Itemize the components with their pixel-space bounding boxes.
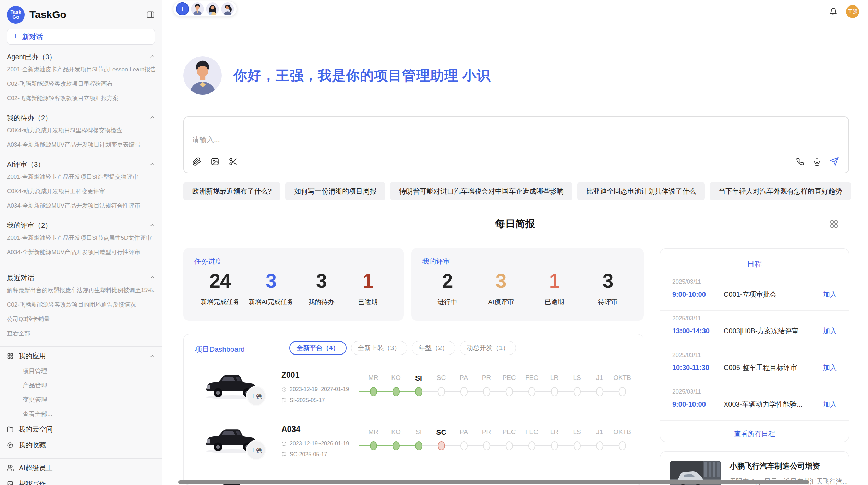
sidebar-section-header[interactable]: 我的评审（2） — [7, 220, 155, 231]
dashboard-tab[interactable]: 全新上装（3） — [351, 341, 408, 355]
app-sub-item[interactable]: 变更管理 — [7, 393, 155, 407]
join-meeting-link[interactable]: 加入 — [823, 400, 837, 409]
milestone-dot[interactable] — [619, 387, 626, 396]
sidebar-task-item[interactable]: C0X4-动力总成开发项目工程变更评审 — [7, 184, 155, 199]
user-avatar[interactable]: 王强 — [846, 5, 859, 18]
milestone-dot[interactable] — [393, 387, 400, 396]
milestone-dot[interactable] — [596, 441, 603, 450]
chevron-up-icon — [150, 114, 155, 122]
stat-value: 3 — [482, 270, 520, 292]
add-agent-button[interactable] — [176, 2, 189, 15]
input-attachments — [192, 157, 238, 167]
milestone-dot[interactable] — [370, 387, 377, 396]
sidebar-section-header[interactable]: AI评审（3） — [7, 159, 155, 170]
scissors-icon[interactable] — [229, 157, 238, 167]
milestone-dot[interactable] — [438, 387, 445, 396]
project-row[interactable]: 王强Z0012023-12-19~2027-01-19SI-2025-05-17… — [184, 361, 643, 415]
sidebar-tool-item[interactable]: 帮我写作 — [7, 476, 155, 485]
sidebar-tool-item[interactable]: AI超级员工 — [7, 460, 155, 476]
milestone-dot[interactable] — [370, 441, 377, 450]
view-all-apps-link[interactable]: 查看全部... — [7, 407, 155, 421]
image-icon[interactable] — [210, 157, 219, 167]
sidebar-item-folder[interactable]: 我的云空间 — [7, 421, 155, 437]
dashboard-tab[interactable]: 全新平台（4） — [289, 341, 347, 355]
briefing-layout-icon[interactable] — [830, 220, 839, 230]
sidebar-divider — [0, 265, 162, 265]
agent-avatar-1[interactable] — [191, 2, 204, 15]
schedule-item: 2025/03/119:00-10:00X003-车辆动力学性能验...加入 — [660, 384, 849, 421]
recent-chat-item[interactable]: 解释最新出台的欧盟报废车法规再生塑料比例被调至15%... — [7, 283, 155, 298]
milestone-dot[interactable] — [551, 387, 558, 396]
horizontal-scrollbar[interactable] — [178, 480, 809, 484]
milestone-dot[interactable] — [574, 441, 581, 450]
sidebar-task-item[interactable]: C0X4-动力总成开发项目SI里程碑提交物检查 — [7, 123, 155, 138]
chat-input[interactable] — [192, 136, 672, 144]
sidebar-section-header[interactable]: Agent已办（3） — [7, 51, 155, 62]
recent-chat-item[interactable]: 公司Q3轻卡销量 — [7, 312, 155, 326]
milestone-dot[interactable] — [528, 387, 535, 396]
suggestion-chip[interactable]: 当下年轻人对汽车外观有怎样的喜好趋势 — [710, 182, 851, 200]
sidebar-task-item[interactable]: A034-全新新能源MUV产品开发项目法规符合性评审 — [7, 199, 155, 213]
view-all-recent-link[interactable]: 查看全部... — [7, 326, 155, 341]
app-sub-item[interactable]: 项目管理 — [7, 364, 155, 378]
milestone-dot[interactable] — [415, 441, 422, 450]
phone-icon[interactable] — [796, 158, 804, 167]
input-actions — [796, 157, 839, 167]
join-meeting-link[interactable]: 加入 — [823, 363, 837, 372]
agent-avatar-3[interactable] — [221, 2, 234, 15]
collapse-sidebar-icon[interactable] — [146, 10, 155, 19]
view-all-schedule-link[interactable]: 查看所有日程 — [660, 429, 849, 438]
section-label: Agent已办（3） — [7, 52, 56, 62]
dashboard-tab[interactable]: 年型（2） — [412, 341, 455, 355]
sidebar-item-star[interactable]: 我的收藏 — [7, 437, 155, 453]
join-meeting-link[interactable]: 加入 — [823, 290, 837, 299]
mic-icon[interactable] — [813, 158, 821, 167]
item-label: 我的收藏 — [19, 440, 46, 450]
sidebar-task-item[interactable]: Z001-全新燃油轻卡产品开发项目SI造型提交物评审 — [7, 170, 155, 184]
project-row[interactable]: 王强A0342023-12-19~2026-01-19SC-2025-05-17… — [184, 415, 643, 469]
milestone-dot[interactable] — [438, 441, 445, 450]
milestone-dot[interactable] — [460, 387, 468, 396]
schedule-time: 10:30-11:30 — [672, 364, 724, 372]
suggestion-chip[interactable]: 特朗普可能对进口汽车增税会对中国车企造成哪些影响 — [390, 182, 572, 200]
suggestion-chips: 欧洲新规最近颁布了什么?如何写一份清晰的项目周报特朗普可能对进口汽车增税会对中国… — [183, 182, 849, 200]
milestone-dot[interactable] — [415, 387, 422, 396]
milestone-dot[interactable] — [574, 387, 581, 396]
sidebar-task-item[interactable]: Z001-全新燃油皮卡产品开发项目SI节点Lesson Learn报告 — [7, 62, 155, 77]
milestone-dot[interactable] — [460, 441, 468, 450]
project-code: A034 — [281, 425, 300, 434]
dashboard-tab[interactable]: 动总开发（1） — [460, 341, 516, 355]
attach-icon[interactable] — [192, 157, 201, 167]
app-sub-item[interactable]: 产品管理 — [7, 378, 155, 393]
milestone-label: LS — [573, 428, 581, 436]
milestone-dot[interactable] — [393, 441, 400, 450]
milestone-dot[interactable] — [483, 441, 490, 450]
milestone-dot[interactable] — [483, 387, 490, 396]
agent-avatar-2[interactable] — [206, 2, 219, 15]
sidebar-task-item[interactable]: Z001-全新燃油轻卡产品开发项目SI节点属性5D文件评审 — [7, 231, 155, 245]
sidebar-section-recent-header[interactable]: 最近对话 — [7, 272, 155, 283]
join-meeting-link[interactable]: 加入 — [823, 326, 837, 336]
sidebar-item-my-apps[interactable]: 我的应用 — [7, 348, 155, 364]
sidebar-section-header[interactable]: 我的待办（2） — [7, 112, 155, 123]
sidebar-task-item[interactable]: A034-全新新能源MUV产品开发项目造型可行性评审 — [7, 245, 155, 260]
sidebar-task-item[interactable]: C02-飞腾新能源轻客改款项目里程碑画布 — [7, 77, 155, 91]
suggestion-chip[interactable]: 欧洲新规最近颁布了什么? — [183, 182, 280, 200]
stat-value: 1 — [349, 270, 387, 292]
sidebar-task-item[interactable]: C02-飞腾新能源轻客改款项目立项汇报方案 — [7, 91, 155, 105]
milestone-dot[interactable] — [506, 387, 513, 396]
notification-bell-icon[interactable] — [829, 8, 837, 17]
suggestion-chip[interactable]: 如何写一份清晰的项目周报 — [285, 182, 385, 200]
new-chat-button[interactable]: 新对话 — [7, 29, 155, 45]
recent-chat-item[interactable]: C02-飞腾新能源轻客改款项目的闭环通告反馈情况 — [7, 298, 155, 312]
stat-item: 1已逾期 — [535, 270, 573, 307]
milestone-dot[interactable] — [551, 441, 558, 450]
milestone-dot[interactable] — [506, 441, 513, 450]
milestone-label: FEC — [525, 374, 538, 382]
suggestion-chip[interactable]: 比亚迪全固态电池计划具体说了什么 — [577, 182, 705, 200]
milestone-dot[interactable] — [619, 441, 626, 450]
send-icon[interactable] — [830, 157, 839, 167]
sidebar-task-item[interactable]: A034-全新新能源MUV产品开发项目计划变更表编写 — [7, 138, 155, 152]
milestone-dot[interactable] — [596, 387, 603, 396]
milestone-dot[interactable] — [528, 441, 535, 450]
